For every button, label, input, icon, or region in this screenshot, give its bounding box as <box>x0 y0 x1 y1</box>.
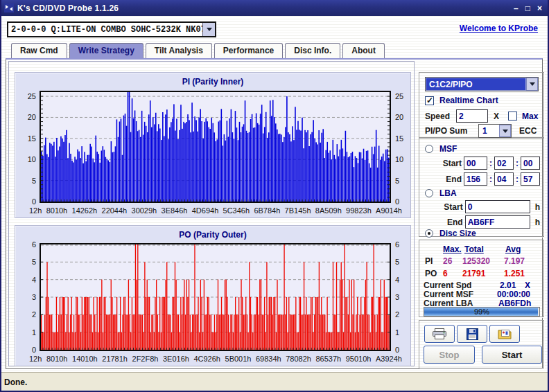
max-speed-checkbox[interactable] <box>508 112 517 121</box>
current-msf-label: Current MSF <box>424 289 473 299</box>
lba-end-label: End <box>425 217 463 227</box>
mode-select-value: C1C2/PIPO <box>426 78 526 91</box>
pi-row-label: PI <box>425 256 433 266</box>
pi-chart-plot <box>40 91 391 203</box>
print-icon <box>432 328 447 340</box>
msf-separator: : <box>489 159 492 168</box>
pi-y-axis-labels-left: 0510152025 <box>19 91 37 206</box>
lba-start-unit: h <box>535 202 540 212</box>
msf-start-frame-field[interactable] <box>521 157 540 170</box>
pi-max-value: 26 <box>443 256 452 266</box>
po-chart-plot <box>40 243 391 351</box>
start-button[interactable]: Start <box>482 346 542 364</box>
lba-radio[interactable] <box>425 189 433 197</box>
msf-separator: : <box>516 175 518 184</box>
drive-select-value: 2-0-0-0 Q:LITE-ON COMBO SOHC-5232K NK07 <box>8 25 202 35</box>
titlebar: K's CD/DVD Probe 1.1.26 – □ × <box>0 0 549 16</box>
pipo-sum-label: PI/PO Sum <box>425 126 478 136</box>
current-speed-unit: X <box>525 280 530 290</box>
msf-label: MSF <box>439 144 457 154</box>
range-groupbox: MSF Start : : End : : LBA Start h <box>419 138 544 237</box>
drive-select[interactable]: 2-0-0-0 Q:LITE-ON COMBO SOHC-5232K NK07 <box>7 21 216 37</box>
msf-separator: : <box>516 159 518 168</box>
tab-disc-info[interactable]: Disc Info. <box>285 43 340 58</box>
statusbar: Done. <box>0 372 549 392</box>
maximize-button[interactable]: □ <box>525 3 530 13</box>
lba-label: LBA <box>439 188 457 198</box>
scan-progress-text: 99% <box>424 308 539 317</box>
tab-about[interactable]: About <box>342 43 385 58</box>
pipo-sum-value: 1 <box>479 125 499 137</box>
speed-input[interactable] <box>456 109 488 123</box>
msf-start-sec-field[interactable] <box>494 157 514 170</box>
window-title: K's CD/DVD Probe 1.1.26 <box>17 3 514 13</box>
msf-end-sec-field[interactable] <box>494 172 514 186</box>
ecc-label: ECC <box>519 126 537 136</box>
mode-select[interactable]: C1C2/PIPO <box>425 77 539 91</box>
po-chart-title: PO (Parity Outer) <box>15 230 410 240</box>
lba-end-field[interactable] <box>465 215 530 229</box>
mode-groupbox: C1C2/PIPO Realtime Chart Speed X Max PI/… <box>419 72 544 138</box>
msf-start-min-field[interactable] <box>464 157 487 170</box>
tab-bar: Raw Cmd Write Strategy Tilt Analysis Per… <box>11 43 387 58</box>
po-y-axis-labels-left: 0123456 <box>19 243 37 354</box>
save-image-button[interactable] <box>489 325 520 343</box>
tab-write-strategy[interactable]: Write Strategy <box>69 43 143 58</box>
stop-button[interactable]: Stop <box>424 346 475 364</box>
po-row-label: PO <box>425 269 437 278</box>
current-msf-value: 00:00:00 <box>497 289 530 299</box>
status-text: Done. <box>4 377 27 387</box>
tab-performance[interactable]: Performance <box>214 43 283 58</box>
chart-image-icon <box>498 328 512 339</box>
pi-chart-panel: PI (Parity Inner) 0510152025 0510152025 … <box>15 72 411 218</box>
pi-avg-value: 7.197 <box>504 256 525 266</box>
stats-groupbox: Max. Total Avg PI 26 125320 7.197 PO 6 2… <box>419 240 544 317</box>
msf-end-min-field[interactable] <box>464 172 487 186</box>
save-icon <box>467 328 478 340</box>
msf-end-frame-field[interactable] <box>521 172 540 186</box>
current-speed-label: Current Spd <box>424 280 471 290</box>
disc-size-radio[interactable] <box>425 229 433 238</box>
chevron-down-icon <box>503 130 508 133</box>
po-chart-panel: PO (Parity Outer) 0123456 0123456 12h801… <box>15 225 411 366</box>
tab-raw-cmd[interactable]: Raw Cmd <box>11 43 67 58</box>
realtime-chart-checkbox[interactable] <box>425 96 434 105</box>
save-button[interactable] <box>457 325 487 343</box>
pi-y-axis-labels-right: 0510152025 <box>394 91 412 206</box>
minimize-button[interactable]: – <box>514 3 518 13</box>
msf-radio[interactable] <box>425 145 433 153</box>
po-total-value: 21791 <box>462 269 485 278</box>
realtime-chart-label: Realtime Chart <box>439 96 498 105</box>
print-button[interactable] <box>424 325 455 343</box>
po-max-value: 6 <box>443 269 448 278</box>
window-frame <box>0 0 1 392</box>
speed-label: Speed <box>425 112 456 121</box>
stats-header-max: Max. <box>443 244 462 254</box>
max-speed-label: Max <box>522 112 538 121</box>
pi-x-axis-labels: 12h8010h14262h22044h30029h3E846h4D694h5C… <box>29 206 402 215</box>
stats-header-total: Total <box>464 244 484 254</box>
current-speed-value: 2.01 <box>500 280 516 290</box>
welcome-link[interactable]: Welcome to KProbe <box>460 24 538 33</box>
msf-end-label: End <box>425 175 462 184</box>
lba-start-field[interactable] <box>465 200 530 213</box>
actions-groupbox: Stop Start <box>419 320 544 368</box>
po-x-axis-labels: 12h8010h14010h21781h2F2F8h3E016h4C926h5B… <box>29 355 402 363</box>
msf-separator: : <box>489 175 492 184</box>
charts-container: PI (Parity Inner) 0510152025 0510152025 … <box>8 61 415 366</box>
pipo-sum-dropdown-button[interactable] <box>499 125 511 137</box>
po-y-axis-labels-right: 0123456 <box>394 243 412 354</box>
speed-unit-label: X <box>494 112 499 121</box>
pipo-sum-select[interactable]: 1 <box>478 124 512 138</box>
lba-start-label: Start <box>425 202 463 212</box>
disc-size-label: Disc Size <box>439 229 476 238</box>
close-button[interactable]: × <box>537 3 542 13</box>
app-icon <box>4 3 14 12</box>
mode-select-dropdown-button[interactable] <box>526 78 538 91</box>
stats-header-avg: Avg <box>505 244 521 254</box>
drive-select-dropdown-button[interactable] <box>202 23 215 36</box>
tab-tilt-analysis[interactable]: Tilt Analysis <box>146 43 212 58</box>
scan-progressbar: 99% <box>424 307 540 317</box>
po-avg-value: 1.251 <box>504 269 525 278</box>
chevron-down-icon <box>530 82 535 86</box>
